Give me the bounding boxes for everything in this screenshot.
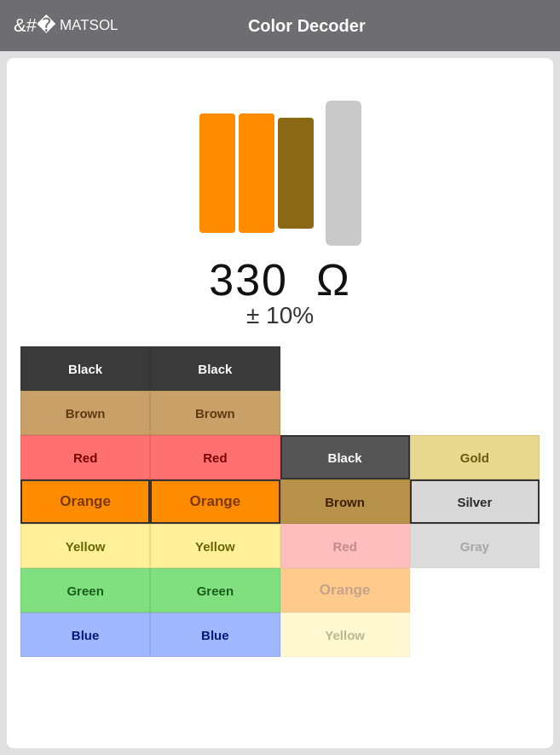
color-cell-col4-gray[interactable]: Gray bbox=[410, 524, 540, 568]
ohm-unit: Ω bbox=[316, 255, 351, 305]
band-2-visual bbox=[239, 113, 274, 233]
color-cell-col4-empty bbox=[410, 613, 540, 657]
color-cell-col1-green[interactable]: Green bbox=[20, 568, 150, 613]
color-cell-col2-red[interactable]: Red bbox=[150, 435, 280, 479]
color-cell-col3-red[interactable]: Red bbox=[280, 524, 410, 568]
color-cell-col1-black[interactable]: Black bbox=[20, 346, 150, 391]
color-cell-col2-blue[interactable]: Blue bbox=[150, 613, 280, 657]
color-cell-col3-empty bbox=[280, 391, 410, 435]
resistance-number: 330 bbox=[209, 255, 288, 305]
color-cell-col4-silver[interactable]: Silver bbox=[410, 479, 540, 524]
color-cell-col2-green[interactable]: Green bbox=[150, 568, 280, 613]
color-cell-col3-empty bbox=[280, 346, 410, 391]
band-col-2: BlackBrownRedOrangeYellowGreenBlue bbox=[150, 346, 280, 657]
color-cell-col4-empty bbox=[410, 346, 540, 391]
band-col-3: BlackBrownRedOrangeYellow bbox=[280, 346, 410, 657]
color-cell-col3-yellow[interactable]: Yellow bbox=[280, 613, 410, 657]
ohm-value: 330 Ω bbox=[20, 254, 540, 305]
color-cell-col1-red[interactable]: Red bbox=[20, 435, 150, 479]
back-chevron-icon: &#� bbox=[14, 15, 56, 37]
color-cell-col4-gold[interactable]: Gold bbox=[410, 435, 540, 479]
back-button[interactable]: &#� MATSOL bbox=[14, 15, 118, 37]
band-col-1: BlackBrownRedOrangeYellowGreenBlue bbox=[20, 346, 150, 657]
resistor-bands bbox=[199, 101, 361, 246]
app-header: &#� MATSOL Color Decoder bbox=[0, 0, 560, 51]
color-cell-col3-orange[interactable]: Orange bbox=[280, 568, 410, 613]
color-cell-col4-empty bbox=[410, 568, 540, 613]
resistor-visual bbox=[20, 75, 540, 246]
band-1-visual bbox=[199, 113, 235, 233]
tolerance-value: ± 10% bbox=[20, 302, 540, 329]
color-cell-col3-brown[interactable]: Brown bbox=[280, 479, 410, 524]
color-cell-col1-blue[interactable]: Blue bbox=[20, 613, 150, 657]
color-cell-col2-yellow[interactable]: Yellow bbox=[150, 524, 280, 568]
color-cell-col4-empty bbox=[410, 391, 540, 435]
color-cell-col2-orange[interactable]: Orange bbox=[150, 479, 280, 524]
color-cell-col2-black[interactable]: Black bbox=[150, 346, 280, 391]
band-selector-grid: BlackBrownRedOrangeYellowGreenBlueBlackB… bbox=[20, 346, 540, 657]
color-cell-col1-yellow[interactable]: Yellow bbox=[20, 524, 150, 568]
color-cell-col2-brown[interactable]: Brown bbox=[150, 391, 280, 435]
band-3-visual bbox=[278, 118, 314, 229]
band-col-4: GoldSilverGray bbox=[410, 346, 540, 657]
header-title: Color Decoder bbox=[118, 16, 495, 36]
back-label: MATSOL bbox=[60, 17, 118, 34]
main-content: 330 Ω ± 10% BlackBrownRedOrangeYellowGre… bbox=[7, 58, 553, 748]
color-cell-col1-brown[interactable]: Brown bbox=[20, 391, 150, 435]
color-cell-col1-orange[interactable]: Orange bbox=[20, 479, 150, 524]
band-4-visual bbox=[326, 101, 361, 246]
color-cell-col3-black[interactable]: Black bbox=[280, 435, 410, 479]
resistor-value-display: 330 Ω ± 10% bbox=[20, 254, 540, 329]
